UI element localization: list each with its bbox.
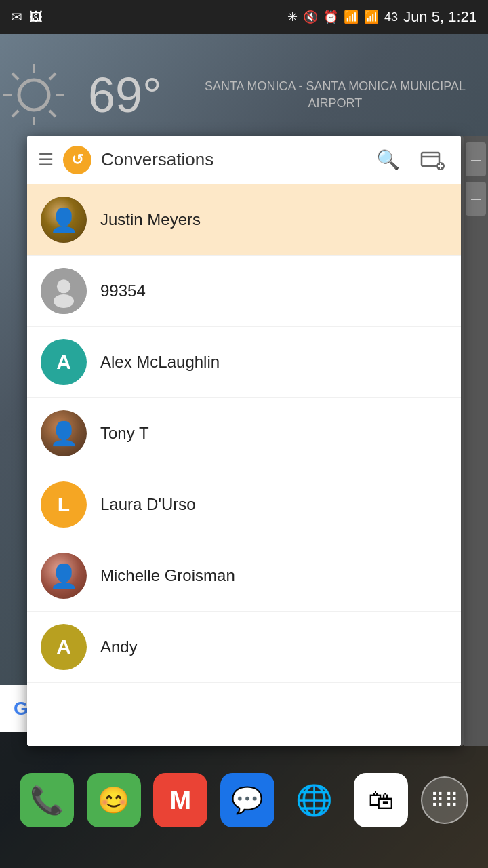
dock-chrome[interactable]: 🌐 bbox=[287, 773, 342, 827]
dock-apps[interactable]: ⠿⠿ bbox=[421, 776, 468, 824]
hamburger-menu-icon[interactable]: ☰ bbox=[38, 149, 54, 170]
weather-widget: 69° SANTA MONICA - SANTA MONICA MUNICIPA… bbox=[0, 41, 488, 149]
list-item[interactable]: L Laura D'Urso bbox=[27, 469, 461, 540]
avatar: 👤 bbox=[41, 410, 87, 456]
dock: 📞 😊 M 💬 🌐 🛍 ⠿⠿ bbox=[0, 732, 488, 868]
mute-icon: 🔇 bbox=[303, 9, 318, 24]
app-header: ☰ ↺ Conversations 🔍 bbox=[27, 136, 461, 184]
avatar: A bbox=[41, 339, 87, 385]
avatar: 👤 bbox=[41, 197, 87, 243]
app-logo-icon: ↺ bbox=[71, 151, 83, 169]
status-bar: ✉ 🖼 ✳ 🔇 ⏰ 📶 📶 43 Jun 5, 1:21 bbox=[0, 0, 488, 34]
list-item[interactable]: 👤 Tony T bbox=[27, 398, 461, 469]
messenger-icon: 💬 bbox=[231, 785, 263, 815]
bluetooth-icon: ✳ bbox=[287, 9, 298, 24]
dock-gmail[interactable]: M bbox=[153, 773, 207, 827]
svg-point-14 bbox=[57, 279, 70, 293]
search-icon[interactable]: 🔍 bbox=[371, 143, 405, 176]
status-bar-left: ✉ 🖼 bbox=[11, 9, 43, 25]
wifi-icon: 📶 bbox=[344, 9, 359, 24]
avatar: L bbox=[41, 481, 87, 528]
svg-line-8 bbox=[12, 111, 18, 117]
app-logo: ↺ bbox=[63, 146, 92, 174]
status-time: Jun 5, 1:21 bbox=[403, 8, 477, 26]
compose-icon[interactable] bbox=[415, 144, 450, 176]
conversation-name: Justin Meyers bbox=[100, 210, 201, 229]
weather-temperature: 69° bbox=[88, 67, 162, 123]
svg-point-0 bbox=[19, 80, 49, 110]
side-btn-2[interactable]: — bbox=[466, 182, 486, 216]
chrome-icon: 🌐 bbox=[296, 783, 333, 818]
conversation-name: Alex McLaughlin bbox=[100, 353, 220, 372]
message-icon: ✉ bbox=[11, 9, 22, 25]
battery-text: 43 bbox=[384, 10, 398, 24]
svg-line-7 bbox=[49, 73, 56, 79]
avatar-initial: L bbox=[58, 493, 70, 516]
apps-grid-icon: ⠿⠿ bbox=[430, 789, 459, 812]
svg-line-6 bbox=[49, 111, 56, 117]
list-item[interactable]: 👤 Justin Meyers bbox=[27, 184, 461, 256]
svg-point-15 bbox=[54, 294, 74, 308]
conversation-list: 👤 Justin Meyers 99354 A Alex McLaughlin … bbox=[27, 184, 461, 746]
avatar-initial: A bbox=[56, 635, 71, 658]
app-title: Conversations bbox=[101, 149, 361, 170]
weather-location: SANTA MONICA - SANTA MONICA MUNICIPAL AI… bbox=[182, 78, 488, 112]
dock-messenger[interactable]: 💬 bbox=[220, 773, 274, 827]
status-bar-right: ✳ 🔇 ⏰ 📶 📶 43 Jun 5, 1:21 bbox=[287, 8, 477, 26]
image-icon: 🖼 bbox=[29, 9, 43, 25]
conversation-name: Tony T bbox=[100, 424, 149, 443]
messaging-panel: ☰ ↺ Conversations 🔍 👤 Justin Meyers bbox=[27, 136, 461, 746]
svg-line-5 bbox=[12, 73, 18, 79]
gmail-icon: M bbox=[170, 786, 192, 815]
signal-icon: 📶 bbox=[364, 9, 379, 24]
list-item[interactable]: 99354 bbox=[27, 256, 461, 327]
conversation-name: 99354 bbox=[100, 281, 146, 300]
avatar: A bbox=[41, 624, 87, 670]
conversation-name: Laura D'Urso bbox=[100, 495, 196, 514]
svg-rect-9 bbox=[422, 153, 439, 166]
generic-avatar bbox=[41, 268, 87, 314]
conversation-name: Michelle Groisman bbox=[100, 566, 235, 585]
dock-phone[interactable]: 📞 bbox=[20, 773, 74, 827]
weather-sun-icon bbox=[0, 61, 68, 129]
list-item[interactable]: A Alex McLaughlin bbox=[27, 327, 461, 398]
list-item[interactable]: A Andy bbox=[27, 612, 461, 683]
avatar-initial: A bbox=[56, 351, 71, 374]
avatar: 👤 bbox=[41, 553, 87, 599]
conversation-name: Andy bbox=[100, 637, 138, 656]
side-panel: — — bbox=[464, 136, 488, 746]
list-item[interactable]: 👤 Michelle Groisman bbox=[27, 540, 461, 612]
play-store-icon: 🛍 bbox=[368, 786, 394, 815]
sms-icon: 😊 bbox=[98, 785, 129, 815]
dock-play[interactable]: 🛍 bbox=[354, 773, 408, 827]
phone-icon: 📞 bbox=[30, 785, 64, 816]
avatar bbox=[41, 268, 87, 314]
dock-sms[interactable]: 😊 bbox=[87, 773, 141, 827]
side-btn-1[interactable]: — bbox=[466, 142, 486, 176]
alarm-icon: ⏰ bbox=[323, 9, 338, 24]
